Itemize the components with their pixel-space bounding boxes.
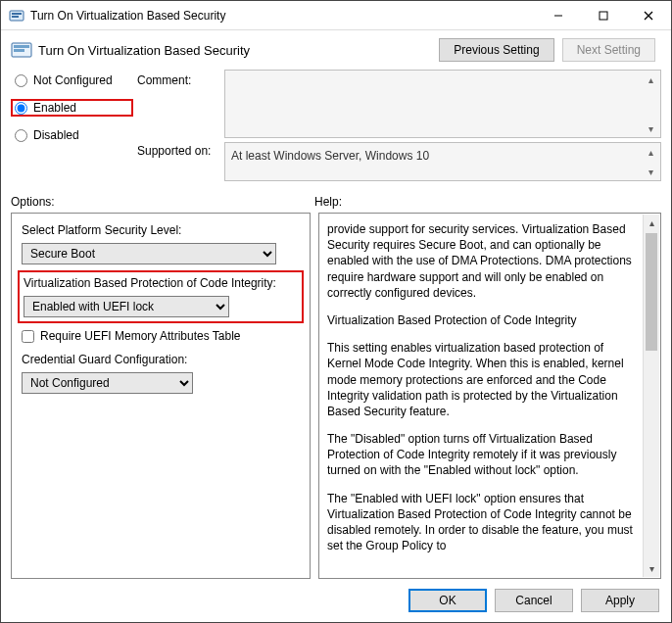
apply-button[interactable]: Apply — [581, 589, 659, 612]
help-pane: provide support for security services. V… — [318, 213, 661, 579]
options-pane: Select Platform Security Level: Secure B… — [11, 213, 311, 579]
help-paragraph: Virtualization Based Protection of Code … — [327, 312, 641, 328]
comment-scrollbar[interactable]: ▴ ▾ — [643, 72, 658, 135]
platform-security-label: Select Platform Security Level: — [22, 223, 300, 237]
radio-not-configured-input[interactable] — [15, 74, 27, 87]
window-title: Turn On Virtualization Based Security — [30, 9, 536, 23]
credential-guard-select[interactable]: Not Configured — [22, 372, 193, 394]
ok-button[interactable]: OK — [408, 589, 487, 612]
vbs-code-integrity-select[interactable]: Enabled with UEFI lock — [24, 296, 229, 317]
next-setting-button: Next Setting — [562, 38, 655, 62]
help-paragraph: The "Enabled with UEFI lock" option ensu… — [327, 491, 641, 554]
comment-field[interactable]: ▴ ▾ — [224, 70, 661, 138]
help-label: Help: — [314, 195, 342, 209]
radio-enabled[interactable]: Enabled — [11, 99, 133, 117]
scroll-down-icon[interactable]: ▾ — [644, 560, 659, 577]
scroll-down-icon[interactable]: ▾ — [643, 121, 658, 135]
supported-scrollbar[interactable]: ▴ ▾ — [643, 145, 658, 178]
options-label: Options: — [11, 195, 314, 209]
radio-not-configured[interactable]: Not Configured — [11, 72, 133, 89]
help-text[interactable]: provide support for security services. V… — [327, 221, 654, 570]
scroll-up-icon[interactable]: ▴ — [644, 215, 659, 231]
gp-policy-large-icon — [11, 41, 32, 59]
close-button[interactable] — [626, 1, 671, 30]
vbs-code-integrity-group: Virtualization Based Protection of Code … — [18, 270, 304, 323]
help-paragraph: This setting enables virtualization base… — [327, 340, 641, 419]
maximize-button[interactable] — [581, 1, 626, 30]
scroll-track[interactable] — [644, 231, 659, 560]
supported-field: At least Windows Server, Windows 10 ▴ ▾ — [224, 142, 661, 181]
help-paragraph: provide support for security services. V… — [327, 221, 641, 301]
titlebar: Turn On Virtualization Based Security — [1, 1, 671, 30]
comment-label: Comment: — [137, 70, 220, 87]
svg-rect-1 — [12, 13, 22, 15]
scroll-down-icon[interactable]: ▾ — [643, 165, 658, 178]
subheader: Turn On Virtualization Based Security Pr… — [1, 30, 671, 66]
help-paragraph: The "Disabled" option turns off Virtuali… — [327, 431, 641, 479]
uefi-memory-label: Require UEFI Memory Attributes Table — [40, 329, 241, 343]
policy-title: Turn On Virtualization Based Security — [38, 43, 439, 58]
supported-value: At least Windows Server, Windows 10 — [231, 149, 429, 163]
previous-setting-button[interactable]: Previous Setting — [439, 38, 553, 62]
svg-rect-2 — [12, 16, 19, 18]
vbs-code-integrity-label: Virtualization Based Protection of Code … — [24, 276, 298, 290]
help-scrollbar[interactable]: ▴ ▾ — [643, 215, 659, 577]
radio-disabled[interactable]: Disabled — [11, 126, 133, 144]
radio-enabled-input[interactable] — [15, 102, 27, 115]
svg-rect-4 — [600, 12, 607, 20]
radio-disabled-input[interactable] — [15, 129, 27, 142]
radio-not-configured-label: Not Configured — [33, 73, 113, 87]
svg-rect-9 — [14, 49, 24, 52]
credential-guard-label: Credential Guard Configuration: — [22, 353, 300, 366]
minimize-button[interactable] — [536, 1, 581, 30]
gp-policy-icon — [9, 8, 24, 24]
svg-rect-8 — [14, 45, 29, 48]
radio-disabled-label: Disabled — [33, 128, 79, 142]
scroll-up-icon[interactable]: ▴ — [643, 145, 658, 159]
cancel-button[interactable]: Cancel — [495, 589, 573, 612]
supported-label: Supported on: — [137, 138, 220, 181]
scroll-up-icon[interactable]: ▴ — [643, 72, 658, 86]
radio-enabled-label: Enabled — [33, 101, 76, 115]
dialog-footer: OK Cancel Apply — [1, 579, 671, 622]
gp-editor-window: Turn On Virtualization Based Security Tu… — [0, 0, 672, 623]
platform-security-select[interactable]: Secure Boot — [22, 243, 276, 264]
uefi-memory-checkbox-row[interactable]: Require UEFI Memory Attributes Table — [22, 329, 300, 343]
scroll-thumb[interactable] — [646, 233, 657, 351]
uefi-memory-checkbox[interactable] — [22, 330, 34, 343]
